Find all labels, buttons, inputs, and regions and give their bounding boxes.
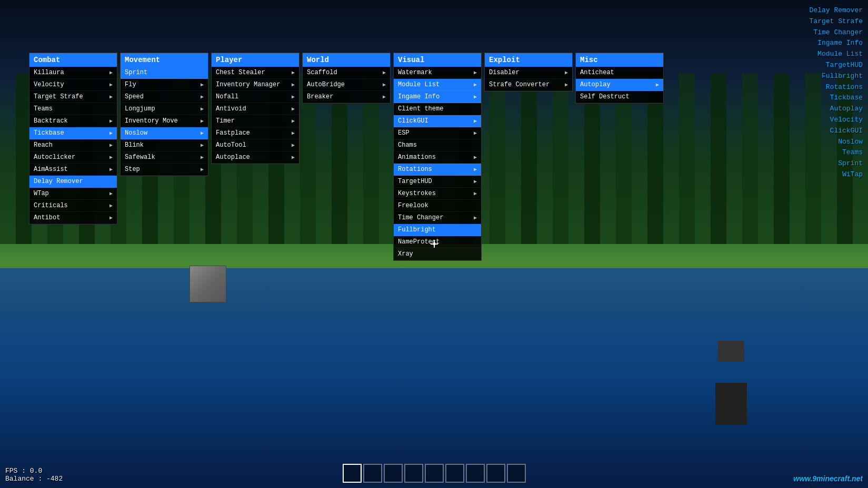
panel-item-freelook[interactable]: Freelook — [394, 200, 481, 212]
panel-item-autoclicker[interactable]: Autoclicker▶ — [29, 151, 117, 164]
panel-item-autoplay[interactable]: Autoplay▶ — [576, 79, 663, 91]
panel-item-fastplace[interactable]: Fastplace▶ — [212, 127, 299, 139]
chevron-right-icon: ▶ — [109, 130, 113, 136]
panel-item-target-strafe[interactable]: Target Strafe▶ — [29, 91, 117, 103]
panel-item-antivoid[interactable]: Antivoid▶ — [212, 103, 299, 115]
panel-item-criticals[interactable]: Criticals▶ — [29, 200, 117, 212]
fps-display: FPS : 0.0 — [5, 467, 63, 475]
panel-world-header[interactable]: World — [303, 53, 390, 67]
item-label: AutoTool — [216, 141, 246, 149]
item-label: Killaura — [34, 69, 64, 76]
panel-item-blink[interactable]: Blink▶ — [121, 139, 208, 151]
item-label: Module List — [398, 81, 440, 88]
panel-item-longjump[interactable]: Longjump▶ — [121, 103, 208, 115]
item-label: Velocity — [34, 81, 64, 88]
hotbar-slot-5[interactable] — [445, 464, 464, 483]
panel-item-inventory-manager[interactable]: Inventory Manager▶ — [212, 79, 299, 91]
panel-item-disabler[interactable]: Disabler▶ — [485, 67, 572, 79]
chevron-right-icon: ▶ — [201, 166, 204, 172]
item-label: Timer — [216, 117, 235, 125]
module-overlay-item: Noslow — [810, 137, 863, 148]
panel-item-tickbase[interactable]: Tickbase▶ — [29, 127, 117, 139]
panel-item-scaffold[interactable]: Scaffold▶ — [303, 67, 390, 79]
panel-item-ingame-info[interactable]: Ingame Info▶ — [394, 91, 481, 103]
panel-item-anticheat[interactable]: Anticheat — [576, 67, 663, 79]
panel-item-fly[interactable]: Fly▶ — [121, 79, 208, 91]
panel-item-fullbright[interactable]: Fullbright — [394, 224, 481, 236]
gui-container: Combat Killaura▶Velocity▶Target Strafe▶T… — [29, 53, 664, 261]
panel-item-inventory-move[interactable]: Inventory Move▶ — [121, 115, 208, 127]
panel-misc-header[interactable]: Misc — [576, 53, 663, 67]
hotbar-slot-3[interactable] — [404, 464, 423, 483]
panel-item-strafe-converter[interactable]: Strafe Converter▶ — [485, 79, 572, 91]
panel-item-velocity[interactable]: Velocity▶ — [29, 79, 117, 91]
item-label: Speed — [125, 93, 144, 100]
chevron-right-icon: ▶ — [474, 215, 477, 221]
panel-item-antibot[interactable]: Antibot▶ — [29, 212, 117, 224]
item-label: Scaffold — [307, 69, 337, 76]
panel-item-sprint[interactable]: Sprint — [121, 67, 208, 79]
panel-item-self-destruct[interactable]: Self Destruct — [576, 91, 663, 103]
panel-item-backtrack[interactable]: Backtrack▶ — [29, 115, 117, 127]
panel-item-timer[interactable]: Timer▶ — [212, 115, 299, 127]
panel-item-autobridge[interactable]: AutoBridge▶ — [303, 79, 390, 91]
panel-item-chest-stealer[interactable]: Chest Stealer▶ — [212, 67, 299, 79]
chevron-right-icon: ▶ — [201, 82, 204, 88]
panel-item-keystrokes[interactable]: Keystrokes▶ — [394, 188, 481, 200]
panel-item-xray[interactable]: Xray — [394, 248, 481, 260]
item-label: Reach — [34, 141, 53, 149]
hotbar-slot-0[interactable] — [343, 464, 362, 483]
panel-item-animations[interactable]: Animations▶ — [394, 151, 481, 164]
panel-item-clickgui[interactable]: ClickGUI▶ — [394, 115, 481, 127]
panel-item-autoplace[interactable]: Autoplace▶ — [212, 151, 299, 164]
hotbar-slot-2[interactable] — [384, 464, 403, 483]
module-overlay-item: Ingame Info — [810, 38, 863, 49]
module-overlay-item: Delay Remover — [810, 5, 863, 16]
panel-item-rotations[interactable]: Rotations▶ — [394, 164, 481, 176]
module-overlay-item: WiTap — [810, 169, 863, 180]
panel-movement-header[interactable]: Movement — [121, 53, 208, 67]
panel-item-killaura[interactable]: Killaura▶ — [29, 67, 117, 79]
panel-item-step[interactable]: Step▶ — [121, 164, 208, 176]
panel-item-watermark[interactable]: Watermark▶ — [394, 67, 481, 79]
panel-item-nofall[interactable]: Nofall▶ — [212, 91, 299, 103]
panel-player-header[interactable]: Player — [212, 53, 299, 67]
panel-combat-header[interactable]: Combat — [29, 53, 117, 67]
hotbar-slot-4[interactable] — [425, 464, 444, 483]
panel-item-esp[interactable]: ESP▶ — [394, 127, 481, 139]
module-overlay-item: Module List — [810, 49, 863, 60]
panel-item-time-changer[interactable]: Time Changer▶ — [394, 212, 481, 224]
item-label: Teams — [34, 105, 53, 113]
hotbar-slot-8[interactable] — [507, 464, 526, 483]
hotbar-slot-7[interactable] — [486, 464, 505, 483]
chevron-right-icon: ▶ — [292, 69, 295, 76]
panel-movement: Movement SprintFly▶Speed▶Longjump▶Invent… — [120, 53, 208, 176]
hotbar-slot-6[interactable] — [466, 464, 485, 483]
item-label: Freelook — [398, 202, 428, 209]
panel-item-reach[interactable]: Reach▶ — [29, 139, 117, 151]
module-overlay-item: Tickbase — [810, 93, 863, 104]
module-list-overlay: Delay RemoverTarget StrafeTime ChangerIn… — [810, 5, 863, 180]
hud-stats: FPS : 0.0 Balance : -482 — [5, 467, 63, 483]
panel-item-speed[interactable]: Speed▶ — [121, 91, 208, 103]
panel-item-delay-remover[interactable]: Delay Remover — [29, 176, 117, 188]
panel-item-noslow[interactable]: Noslow▶ — [121, 127, 208, 139]
panel-item-targethud[interactable]: TargetHUD▶ — [394, 176, 481, 188]
panel-visual-header[interactable]: Visual — [394, 53, 481, 67]
panel-item-module-list[interactable]: Module List▶ — [394, 79, 481, 91]
panel-item-nameprotect[interactable]: NameProtect — [394, 236, 481, 248]
panel-item-chams[interactable]: Chams — [394, 139, 481, 151]
panel-item-safewalk[interactable]: Safewalk▶ — [121, 151, 208, 164]
hotbar-slot-1[interactable] — [363, 464, 382, 483]
chevron-right-icon: ▶ — [474, 190, 477, 197]
chevron-right-icon: ▶ — [383, 82, 386, 88]
item-label: Sprint — [125, 69, 147, 76]
panel-item-autotool[interactable]: AutoTool▶ — [212, 139, 299, 151]
panel-item-breaker[interactable]: Breaker▶ — [303, 91, 390, 103]
panel-item-aimassist[interactable]: AimAssist▶ — [29, 164, 117, 176]
panel-item-client-theme[interactable]: Client theme — [394, 103, 481, 115]
panel-item-wtap[interactable]: WTap▶ — [29, 188, 117, 200]
panel-exploit-header[interactable]: Exploit — [485, 53, 572, 67]
item-label: Antivoid — [216, 105, 246, 113]
panel-item-teams[interactable]: Teams — [29, 103, 117, 115]
